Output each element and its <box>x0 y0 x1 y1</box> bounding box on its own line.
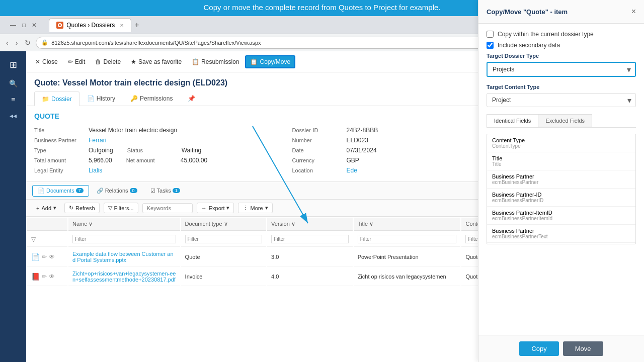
filter-name-cell[interactable] <box>68 232 180 247</box>
window-controls[interactable]: — □ ✕ <box>8 21 39 30</box>
minimize-button[interactable]: — <box>8 21 18 30</box>
type-value: Outgoing <box>89 147 113 154</box>
back-button[interactable]: ‹ <box>4 38 11 48</box>
relations-badge: 0 <box>130 188 137 193</box>
legal-entity-value[interactable]: Lialis <box>89 167 102 174</box>
tab-close-button[interactable]: ✕ <box>120 23 124 28</box>
filter-version-cell[interactable] <box>267 232 353 247</box>
tab-identical-fields[interactable]: Identical Fields <box>487 114 538 127</box>
location-value[interactable]: Ede <box>347 167 357 174</box>
row1-edit-icon[interactable]: ✏ <box>42 253 47 260</box>
tab-excluded-fields[interactable]: Excluded Fields <box>538 114 592 127</box>
close-button[interactable]: ✕ Close <box>31 56 62 67</box>
move-button[interactable]: Move <box>563 341 603 356</box>
tab-dossier[interactable]: 📁 Dossier <box>34 92 79 106</box>
history-tab-icon: 📄 <box>87 95 95 102</box>
net-amount-value: 45,000.00 <box>181 157 207 164</box>
version-filter-input[interactable] <box>271 235 349 243</box>
filter-doctype-cell[interactable] <box>181 232 267 247</box>
row2-name[interactable]: Zicht+op+risicos+van+legacysystemen-een+… <box>68 267 180 286</box>
reload-button[interactable]: ↻ <box>23 38 33 48</box>
field-api: ecmBusinessPartnerID <box>492 198 630 203</box>
bottom-tab-documents[interactable]: 📄 Documents 7 <box>32 185 89 197</box>
business-partner-value[interactable]: Ferrari <box>89 137 106 144</box>
target-dossier-type-select-wrapper[interactable]: Projects Quotes Sales ▾ <box>487 72 636 77</box>
target-content-type-select[interactable]: Project Quote <box>487 94 635 107</box>
delete-button[interactable]: 🗑 Delete <box>91 56 125 67</box>
keywords-input[interactable] <box>142 203 193 213</box>
row1-title: PowerPoint Presentation <box>354 248 461 266</box>
copy-button[interactable]: Copy <box>519 341 558 356</box>
tab-history[interactable]: 📄 History <box>79 92 123 106</box>
close-window-button[interactable]: ✕ <box>30 21 39 30</box>
more-button[interactable]: ⋮ More ▾ <box>238 203 272 213</box>
row1-version: 3.0 <box>267 248 353 266</box>
forward-button[interactable]: › <box>14 38 20 48</box>
target-content-type-group: Target Content Type Project Quote ▾ <box>487 84 636 107</box>
row2-view-icon[interactable]: 👁 <box>49 273 55 280</box>
table-filter-row: ▽ <box>27 232 547 247</box>
target-dossier-type-select[interactable]: Projects Quotes Sales <box>488 72 635 76</box>
section-title: QUOTE <box>34 112 540 120</box>
col-version-header[interactable]: Version ∨ <box>267 218 353 231</box>
field-item-title[interactable]: Title Title <box>487 152 635 170</box>
target-content-type-select-wrapper[interactable]: Project Quote ▾ <box>487 93 636 107</box>
doctype-filter-input[interactable] <box>185 235 263 243</box>
waffle-icon[interactable]: ⊞ <box>6 55 21 74</box>
restore-button[interactable]: □ <box>20 21 28 30</box>
field-name: Business Partner-ItemID <box>492 210 630 216</box>
col-name-header[interactable]: Name ∨ <box>68 218 180 231</box>
add-button[interactable]: + Add ▾ <box>32 203 60 213</box>
field-item-bp-itemid[interactable]: Business Partner-ItemID ecmBusinessPartn… <box>487 207 635 225</box>
name-filter-input[interactable] <box>72 235 176 243</box>
extra-tab-icon: 📌 <box>188 95 195 102</box>
refresh-button[interactable]: ↻ Refresh <box>64 203 100 213</box>
tab-label: Quotes › Dossiers <box>66 22 115 29</box>
field-item-bp-id[interactable]: Business Partner-ID ecmBusinessPartnerID <box>487 189 635 207</box>
col-doctype-header[interactable]: Document type ∨ <box>181 218 267 231</box>
record-header: Quote: Vessel Motor train electric desig… <box>26 72 548 87</box>
date-label: Date <box>292 147 343 153</box>
filters-button[interactable]: ▽ Filters... <box>104 203 138 213</box>
browser-tab[interactable]: Quotes › Dossiers ✕ <box>49 18 131 32</box>
field-item-bp-text[interactable]: Business Partner ecmBusinessPartnerText <box>487 225 635 243</box>
copy-move-button[interactable]: 📋 Copy/Move <box>245 55 295 68</box>
number-label: Number <box>292 137 343 143</box>
target-dossier-type-group: Target Dossier Type Projects Quotes Sale… <box>487 72 636 77</box>
resubmission-button[interactable]: 📋 Resubmission <box>188 56 243 67</box>
tab-extra[interactable]: 📌 <box>180 92 203 106</box>
title-filter-input[interactable] <box>358 235 457 243</box>
sidebar-nav-icon[interactable]: ≡ <box>8 93 18 107</box>
panel-field-tabs: Identical Fields Excluded Fields <box>487 114 636 128</box>
tab-permissions[interactable]: 🔑 Permissions <box>123 92 180 106</box>
total-amount-value: 5,966.00 <box>89 157 112 164</box>
fields-list: Content Type ContentType Title Title Bus… <box>487 134 636 244</box>
row2-edit-icon[interactable]: ✏ <box>42 273 47 280</box>
save-as-favorite-button[interactable]: ★ Save as favorite <box>127 56 186 67</box>
row1-icons: 📄 ✏ 👁 <box>27 248 67 266</box>
edit-button[interactable]: ✏ Edit <box>64 56 90 67</box>
row1-view-icon[interactable]: 👁 <box>49 253 55 260</box>
more-chevron-icon: ▾ <box>265 205 268 211</box>
sidebar-search-icon[interactable]: 🔍 <box>6 76 21 90</box>
field-item-dossier-id[interactable]: Dossier-ID ecmDossierID <box>487 243 635 244</box>
table-row: 📄 ✏ 👁 Example data flow between Customer… <box>27 248 547 266</box>
field-item-contenttype[interactable]: Content Type ContentType <box>487 134 635 152</box>
tasks-tab-icon: ☑ <box>150 188 155 194</box>
new-tab-button[interactable]: + <box>134 21 139 30</box>
currency-value: GBP <box>347 157 359 164</box>
bottom-tab-tasks[interactable]: ☑ Tasks 1 <box>145 185 186 197</box>
relations-tab-icon: 🔗 <box>97 188 104 194</box>
side-panel: Copy/Move "Quote" - item × Copy within t… <box>478 72 644 362</box>
col-title-header[interactable]: Title ∨ <box>354 218 461 231</box>
date-value: 07/31/2024 <box>347 147 377 154</box>
field-item-businesspartner[interactable]: Business Partner ecmBusinessPartner <box>487 170 635 189</box>
bottom-tab-relations[interactable]: 🔗 Relations 0 <box>91 185 143 197</box>
fields-col-1: Title Vessel Motor train electric design… <box>34 125 282 175</box>
tasks-badge: 1 <box>173 188 180 193</box>
filter-title-cell[interactable] <box>354 232 461 247</box>
left-sidebar: ⊞ 🔍 ≡ ◂◂ <box>0 51 26 362</box>
sidebar-collapse-icon[interactable]: ◂◂ <box>7 109 20 123</box>
row1-name[interactable]: Example data flow between Customer and P… <box>68 248 180 266</box>
export-button[interactable]: → Export ▾ <box>197 203 234 213</box>
